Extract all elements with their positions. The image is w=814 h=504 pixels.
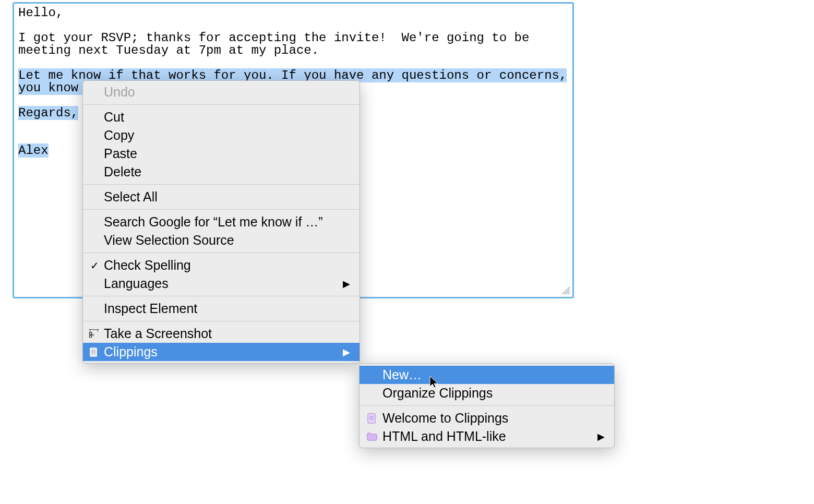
menu-delete[interactable]: Delete: [83, 163, 360, 181]
chevron-right-icon: ▶: [343, 346, 350, 358]
svg-rect-5: [90, 347, 97, 356]
menu-copy[interactable]: Copy: [83, 126, 360, 145]
resize-grip-icon: [561, 285, 570, 295]
text-line: meeting next Tuesday at 7pm at my place.: [18, 43, 319, 57]
menu-take-screenshot[interactable]: Take a Screenshot: [83, 325, 360, 343]
menu-separator: [83, 184, 360, 185]
submenu-organize-clippings[interactable]: Organize Clippings: [360, 384, 614, 402]
menu-select-all[interactable]: Select All: [83, 188, 360, 206]
submenu-new[interactable]: New…: [360, 366, 614, 384]
menu-item-label: Search Google for “Let me know if …”: [104, 214, 350, 230]
folder-icon: [366, 430, 378, 443]
menu-item-label: Delete: [104, 164, 350, 179]
svg-rect-9: [368, 414, 375, 423]
menu-item-label: HTML and HTML-like: [382, 429, 597, 444]
menu-languages[interactable]: Languages ▶: [83, 274, 360, 293]
menu-item-label: Check Spelling: [104, 258, 350, 273]
context-menu: Undo Cut Copy Paste Delete Select All Se…: [82, 80, 360, 364]
menu-clippings[interactable]: Clippings ▶: [83, 343, 360, 361]
selected-text-line: Regards,: [18, 106, 78, 120]
menu-item-label: View Selection Source: [104, 233, 350, 248]
menu-item-label: Cut: [104, 110, 350, 125]
svg-point-4: [89, 335, 92, 338]
menu-item-label: Undo: [104, 85, 350, 100]
menu-separator: [83, 253, 360, 253]
menu-item-label: New…: [382, 367, 605, 382]
text-line: I got your RSVP; thanks for accepting th…: [18, 31, 529, 45]
menu-view-selection-source[interactable]: View Selection Source: [83, 231, 360, 249]
clippings-submenu: New… Organize Clippings Welcome to Clipp…: [359, 363, 615, 448]
menu-item-label: Copy: [104, 128, 350, 143]
clippings-icon: [88, 346, 100, 358]
menu-item-label: Take a Screenshot: [104, 326, 350, 341]
menu-separator: [83, 209, 360, 210]
menu-separator: [83, 321, 360, 321]
menu-paste[interactable]: Paste: [83, 145, 360, 163]
menu-check-spelling[interactable]: ✓ Check Spelling: [83, 256, 360, 274]
menu-cut[interactable]: Cut: [83, 108, 360, 126]
scissors-icon: [88, 328, 100, 340]
text-line: Hello,: [18, 6, 63, 20]
menu-item-label: Clippings: [104, 344, 343, 359]
menu-search-google[interactable]: Search Google for “Let me know if …”: [83, 213, 360, 231]
svg-line-1: [565, 290, 570, 294]
svg-line-2: [568, 292, 570, 294]
menu-separator: [360, 405, 614, 406]
menu-separator: [83, 296, 360, 296]
menu-separator: [83, 104, 360, 105]
selected-text-line: Alex: [18, 143, 49, 158]
resize-grip[interactable]: [561, 285, 570, 295]
svg-point-3: [89, 332, 92, 334]
menu-inspect-element[interactable]: Inspect Element: [83, 299, 360, 318]
menu-item-label: Languages: [104, 276, 343, 291]
chevron-right-icon: ▶: [597, 431, 605, 442]
check-icon: ✓: [90, 259, 99, 272]
menu-item-label: Welcome to Clippings: [382, 411, 605, 426]
note-icon: [366, 412, 378, 425]
submenu-html-folder[interactable]: HTML and HTML-like ▶: [360, 427, 614, 446]
selected-text-line: you know: [18, 81, 86, 95]
chevron-right-icon: ▶: [343, 278, 350, 290]
menu-item-label: Inspect Element: [104, 301, 350, 316]
submenu-welcome-to-clippings[interactable]: Welcome to Clippings: [360, 409, 614, 427]
menu-item-label: Select All: [104, 189, 350, 205]
menu-undo[interactable]: Undo: [83, 83, 360, 101]
menu-item-label: Paste: [104, 146, 350, 161]
menu-item-label: Organize Clippings: [382, 386, 605, 401]
cursor-icon: [429, 375, 439, 390]
